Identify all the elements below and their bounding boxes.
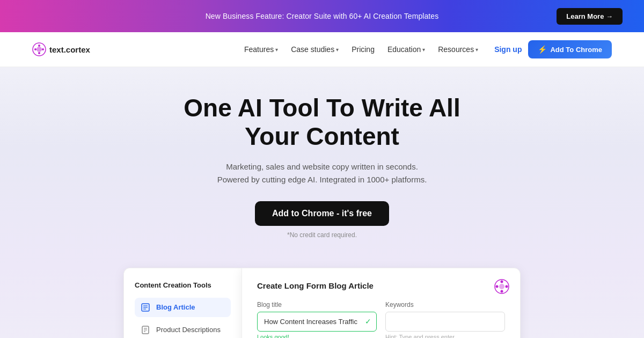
svg-point-2 (38, 45, 40, 47)
main-nav: text.cortex Features▾ Case studies▾ Pric… (0, 32, 644, 67)
hero-section: One AI Tool To Write All Your Content Ma… (0, 67, 644, 268)
blog-title-group: Blog title ✓ Looks good! (257, 301, 377, 338)
keywords-group: Keywords Hint: Type and press enter (385, 301, 505, 338)
svg-point-3 (38, 52, 40, 54)
svg-point-1 (36, 47, 42, 52)
banner-text: New Business Feature: Creator Suite with… (206, 12, 439, 20)
chevron-down-icon: ▾ (336, 47, 339, 53)
hero-subtitle: Marketing, sales and website copy writte… (32, 160, 612, 186)
svg-point-22 (506, 285, 508, 288)
no-credit-card-text: *No credit card required. (32, 231, 612, 239)
tool-blog-article[interactable]: Blog Article (135, 298, 231, 317)
blog-title-input-wrapper: ✓ (257, 312, 377, 332)
logo-text: text.cortex (49, 45, 90, 54)
blog-article-form: Create Long Form Blog Article Blog title… (241, 268, 521, 338)
keywords-hint-text: Hint: Type and press enter (385, 334, 505, 338)
nav-resources[interactable]: Resources▾ (433, 42, 484, 57)
blog-title-input[interactable] (257, 312, 377, 332)
hero-title: One AI Tool To Write All Your Content (32, 94, 612, 151)
svg-point-18 (499, 284, 504, 289)
nav-pricing[interactable]: Pricing (346, 42, 380, 57)
tools-panel-title: Content Creation Tools (135, 281, 231, 289)
learn-more-button[interactable]: Learn More → (557, 8, 623, 25)
svg-point-20 (501, 290, 503, 292)
logo-icon (32, 42, 46, 56)
svg-point-21 (496, 285, 499, 288)
tool-product-descriptions[interactable]: Product Descriptions (135, 320, 231, 338)
keywords-label: Keywords (385, 301, 505, 308)
form-fields-row: Blog title ✓ Looks good! Keywords Hint: … (257, 301, 505, 338)
tools-panel: Content Creation Tools Blog Article (123, 268, 241, 338)
keywords-input[interactable] (385, 312, 505, 332)
validation-success-text: Looks good! (257, 334, 377, 338)
blog-article-icon (140, 302, 151, 313)
product-descriptions-icon (140, 325, 151, 335)
demo-section: Content Creation Tools Blog Article (0, 268, 644, 338)
chevron-down-icon: ▾ (275, 47, 278, 53)
announcement-banner: New Business Feature: Creator Suite with… (0, 0, 644, 32)
svg-point-19 (501, 280, 503, 283)
nav-features[interactable]: Features▾ (239, 42, 283, 57)
add-to-chrome-nav-button[interactable]: ⚡ Add To Chrome (528, 40, 612, 58)
sign-up-button[interactable]: Sign up (494, 45, 522, 54)
nav-actions: Sign up ⚡ Add To Chrome (494, 40, 612, 58)
form-title: Create Long Form Blog Article (257, 281, 505, 290)
nav-links: Features▾ Case studies▾ Pricing Educatio… (239, 42, 484, 57)
svg-point-5 (42, 48, 44, 50)
logo[interactable]: text.cortex (32, 42, 90, 56)
blog-title-label: Blog title (257, 301, 377, 308)
textcortex-logo-icon (494, 279, 509, 294)
nav-education[interactable]: Education▾ (382, 42, 430, 57)
chevron-down-icon: ▾ (422, 47, 425, 53)
nav-case-studies[interactable]: Case studies▾ (286, 42, 344, 57)
cta-add-to-chrome-button[interactable]: Add to Chrome - it's free (255, 201, 389, 226)
check-icon: ✓ (365, 317, 371, 326)
chevron-down-icon: ▾ (475, 47, 478, 53)
chrome-icon: ⚡ (538, 45, 547, 54)
svg-point-4 (34, 48, 36, 50)
